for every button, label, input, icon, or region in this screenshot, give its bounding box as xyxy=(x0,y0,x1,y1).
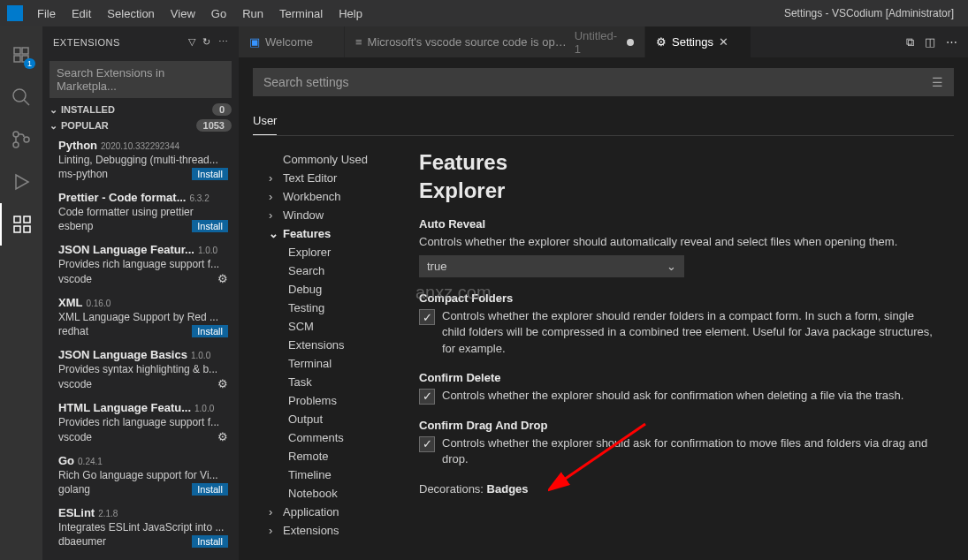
toc-item[interactable]: ›Application xyxy=(253,503,412,521)
toc-item[interactable]: Debug xyxy=(253,280,412,299)
toc-item[interactable]: ⌄Features xyxy=(253,224,412,243)
setting-title: Confirm Drag And Drop xyxy=(419,419,940,432)
extension-item[interactable]: Python2020.10.332292344 Linting, Debuggi… xyxy=(42,133,239,185)
install-button[interactable]: Install xyxy=(192,325,228,337)
extensions-icon[interactable] xyxy=(0,203,42,246)
toc-item[interactable]: Comments xyxy=(253,428,412,447)
split-editor-icon[interactable]: ◫ xyxy=(925,35,935,49)
toc-item[interactable]: SCM xyxy=(253,317,412,336)
refresh-icon[interactable]: ↻ xyxy=(202,36,211,48)
extension-description: Integrates ESLint JavaScript into ... xyxy=(58,521,228,534)
explorer-icon[interactable]: 1 xyxy=(0,34,42,76)
toc-label: Remote xyxy=(288,450,329,463)
toc-item[interactable]: Terminal xyxy=(253,354,412,373)
extension-item[interactable]: JSON Language Basics1.0.0 Provides synta… xyxy=(42,343,239,396)
gear-icon[interactable]: ⚙ xyxy=(217,272,228,285)
extension-description: Provides rich language support f... xyxy=(58,416,228,428)
extension-description: Rich Go language support for Vi... xyxy=(58,469,228,481)
extension-search-input[interactable]: Search Extensions in Marketpla... xyxy=(50,61,232,98)
sidebar-header: EXTENSIONS ▽ ↻ ⋯ xyxy=(42,26,239,57)
extension-version: 2.1.8 xyxy=(98,509,118,518)
search-icon[interactable] xyxy=(0,76,42,118)
install-button[interactable]: Install xyxy=(192,168,228,180)
toc-item[interactable]: Search xyxy=(253,261,412,280)
extension-item[interactable]: ESLint2.1.8 Integrates ESLint JavaScript… xyxy=(42,501,239,553)
settings-search-input[interactable]: Search settings ☰ xyxy=(253,68,954,96)
toc-item[interactable]: Testing xyxy=(253,299,412,317)
tab-welcome[interactable]: ▣ Welcome xyxy=(239,26,345,57)
section-popular[interactable]: ⌄ POPULAR 1053 xyxy=(42,117,239,133)
settings-scope-tabs: User xyxy=(253,107,954,136)
svg-marker-5 xyxy=(16,175,28,189)
menu-help[interactable]: Help xyxy=(332,4,370,24)
filter-icon[interactable]: ☰ xyxy=(932,75,943,89)
setting-desc: Controls whether the explorer should ren… xyxy=(442,308,940,357)
toc-item[interactable]: Output xyxy=(253,410,412,428)
toc-item[interactable]: Notebook xyxy=(253,484,412,503)
toc-item[interactable]: ›Workbench xyxy=(253,187,412,206)
toc-label: Commonly Used xyxy=(283,153,368,166)
menu-go[interactable]: Go xyxy=(204,4,233,24)
compact-folders-checkbox[interactable]: ✓ xyxy=(419,309,435,325)
more-actions-icon[interactable]: ⋯ xyxy=(946,35,957,49)
menu-run[interactable]: Run xyxy=(235,4,271,24)
toc-item[interactable]: Problems xyxy=(253,391,412,410)
source-control-icon[interactable] xyxy=(0,118,42,161)
toc-label: Workbench xyxy=(283,190,341,203)
filter-icon[interactable]: ▽ xyxy=(188,36,196,48)
svg-point-0 xyxy=(13,89,26,102)
setting-desc: Controls whether the explorer should ask… xyxy=(442,435,940,467)
settings-toc: Commonly Used›Text Editor›Workbench›Wind… xyxy=(253,143,412,560)
extension-item[interactable]: HTML Language Featu...1.0.0 Provides ric… xyxy=(42,396,239,449)
toc-item[interactable]: ›Extensions xyxy=(253,521,412,540)
auto-reveal-select[interactable]: true ⌄ xyxy=(419,255,684,277)
menu-edit[interactable]: Edit xyxy=(65,4,98,24)
install-button[interactable]: Install xyxy=(192,535,228,548)
gear-icon[interactable]: ⚙ xyxy=(217,377,228,390)
extension-item[interactable]: Prettier - Code format...6.3.2 Code form… xyxy=(42,185,239,238)
toc-item[interactable]: ›Text Editor xyxy=(253,169,412,187)
extension-item[interactable]: JSON Language Featur...1.0.0 Provides ri… xyxy=(42,238,239,291)
chevron-icon: › xyxy=(269,171,279,185)
menu-view[interactable]: View xyxy=(164,4,202,24)
chevron-down-icon: ⌄ xyxy=(667,260,676,273)
run-debug-icon[interactable] xyxy=(0,161,42,203)
tab-untitled[interactable]: ≡ Microsoft's vscode source code is open… xyxy=(345,26,645,57)
tab-suffix: Untitled-1 xyxy=(575,29,622,56)
menu-selection[interactable]: Selection xyxy=(100,4,161,24)
toc-label: Window xyxy=(283,208,324,222)
extension-name: Python xyxy=(58,139,97,152)
toc-item[interactable]: Explorer xyxy=(253,243,412,261)
toc-item[interactable]: Extensions xyxy=(253,336,412,354)
tab-label: Welcome xyxy=(265,35,313,49)
tab-settings[interactable]: ⚙ Settings ✕ xyxy=(645,26,751,57)
chevron-icon: › xyxy=(269,524,279,537)
gear-icon[interactable]: ⚙ xyxy=(217,430,228,443)
setting-desc: Controls whether the explorer should ask… xyxy=(442,388,903,404)
extension-item[interactable]: Go0.24.1 Rich Go language support for Vi… xyxy=(42,449,239,501)
install-button[interactable]: Install xyxy=(192,220,228,232)
settings-list[interactable]: Features Explorer Auto Reveal Controls w… xyxy=(412,143,954,560)
close-icon[interactable]: ✕ xyxy=(719,35,728,49)
svg-point-3 xyxy=(13,142,19,148)
section-installed[interactable]: ⌄ INSTALLED 0 xyxy=(42,102,239,117)
toc-item[interactable]: ›Window xyxy=(253,206,412,224)
svg-point-2 xyxy=(13,132,19,137)
confirm-drag-drop-checkbox[interactable]: ✓ xyxy=(419,436,435,452)
menu-file[interactable]: File xyxy=(30,4,63,24)
more-icon[interactable]: ⋯ xyxy=(218,36,229,48)
toc-item[interactable]: Task xyxy=(253,373,412,391)
confirm-delete-checkbox[interactable]: ✓ xyxy=(419,389,435,405)
toc-item[interactable]: Timeline xyxy=(253,465,412,484)
open-settings-json-icon[interactable]: ⧉ xyxy=(906,35,914,49)
extension-description: XML Language Support by Red ... xyxy=(58,311,228,323)
scope-user-tab[interactable]: User xyxy=(253,107,277,135)
install-button[interactable]: Install xyxy=(192,483,228,496)
popular-count: 1053 xyxy=(196,119,232,132)
toc-item[interactable]: Commonly Used xyxy=(253,150,412,169)
extension-item[interactable]: XML0.16.0 XML Language Support by Red ..… xyxy=(42,291,239,343)
toc-label: Application xyxy=(283,505,339,518)
toc-item[interactable]: Remote xyxy=(253,447,412,465)
menu-terminal[interactable]: Terminal xyxy=(272,4,330,24)
sidebar: EXTENSIONS ▽ ↻ ⋯ Search Extensions in Ma… xyxy=(42,26,239,560)
